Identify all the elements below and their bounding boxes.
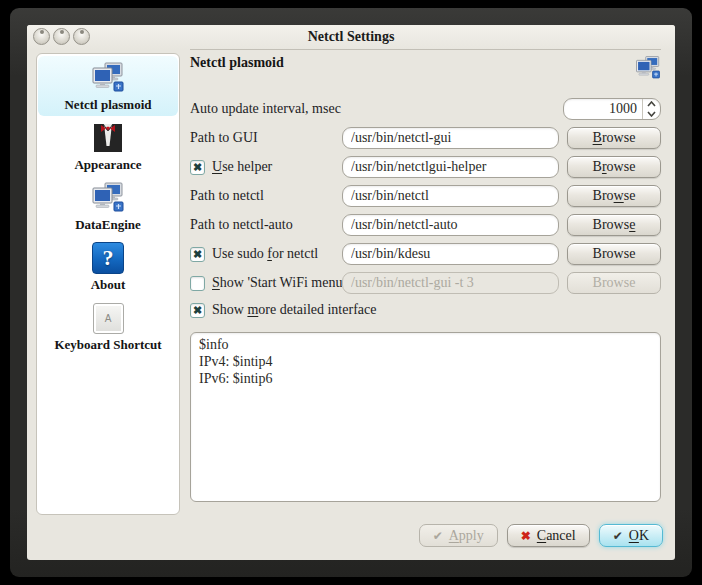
auto-update-interval-label: Auto update interval, msec — [190, 101, 342, 117]
use-helper-checkbox[interactable]: ✖ — [190, 160, 205, 175]
detailed-interface-checkbox[interactable]: ✖ — [190, 303, 205, 318]
netctl-path-input[interactable] — [342, 185, 559, 207]
cancel-label: Cancel — [537, 528, 576, 544]
path-to-netctl-label: Path to netctl — [190, 188, 342, 204]
x-icon: ✖ — [521, 530, 531, 542]
path-to-gui-label: Path to GUI — [190, 130, 342, 146]
dataengine-icon — [91, 181, 125, 215]
sidebar-item-label: Netctl plasmoid — [64, 98, 151, 112]
row-auto-update-interval: Auto update interval, msec — [190, 98, 661, 120]
browse-sudo-button[interactable]: Browse — [567, 243, 661, 265]
row-detailed-interface: ✖ Show more detailed interface — [190, 301, 661, 319]
panel-title: Netctl plasmoid — [190, 55, 284, 71]
browse-wifi-menu-button: Browse — [567, 272, 661, 294]
sidebar-item-appearance[interactable]: Appearance — [38, 116, 178, 176]
sidebar-item-label: Keyboard Shortcut — [54, 338, 161, 352]
sidebar-item-label: Appearance — [74, 158, 141, 172]
browse-helper-button[interactable]: Browse — [567, 156, 661, 178]
sudo-path-input[interactable] — [342, 243, 559, 265]
apply-label: Apply — [449, 528, 484, 544]
use-helper-label: Use helper — [212, 159, 272, 175]
browse-netctl-button[interactable]: Browse — [567, 185, 661, 207]
use-sudo-label: Use sudo for netctl — [212, 246, 318, 262]
row-path-to-netctl: Path to netctl Browse — [190, 185, 661, 207]
row-use-sudo: ✖ Use sudo for netctl Browse — [190, 243, 661, 265]
window-button-1[interactable] — [33, 28, 50, 45]
netctl-plasmoid-icon — [635, 55, 661, 85]
row-show-wifi-menu: Show 'Start WiFi menu' Browse — [190, 272, 661, 294]
show-wifi-menu-label: Show 'Start WiFi menu' — [212, 275, 342, 291]
show-wifi-menu-checkbox[interactable] — [190, 276, 205, 291]
ok-label: OK — [629, 528, 649, 544]
detailed-interface-label-cell: ✖ Show more detailed interface — [190, 302, 661, 318]
auto-update-interval-spinner — [563, 98, 661, 120]
use-sudo-label-cell: ✖ Use sudo for netctl — [190, 246, 342, 262]
dialog-buttons: ✔ Apply ✖ Cancel ✔ OK — [27, 524, 675, 560]
apply-button: ✔ Apply — [419, 524, 498, 547]
check-icon: ✔ — [613, 530, 623, 542]
browse-netctl-auto-button[interactable]: Browse — [567, 214, 661, 236]
window-frame: Netctl Settings — [10, 8, 692, 577]
keyboard-shortcut-icon: A — [91, 301, 125, 335]
wifi-menu-command-input — [342, 272, 559, 294]
window-button-3[interactable] — [73, 28, 90, 45]
spinner-down-icon[interactable] — [643, 109, 660, 119]
about-icon: ? — [91, 241, 125, 275]
netctl-auto-path-input[interactable] — [342, 214, 559, 236]
row-path-to-gui: Path to GUI Browse — [190, 127, 661, 149]
ok-button[interactable]: ✔ OK — [599, 524, 663, 547]
settings-panel: Netctl plasmoid — [190, 49, 661, 524]
netctl-settings-window: Netctl Settings — [27, 25, 675, 560]
sidebar-item-dataengine[interactable]: DataEngine — [38, 176, 178, 236]
spinner-up-icon[interactable] — [643, 99, 660, 109]
row-path-to-netctl-auto: Path to netctl-auto Browse — [190, 214, 661, 236]
titlebar: Netctl Settings — [27, 25, 675, 49]
content: Netctl plasmoid Ap — [27, 49, 675, 524]
tooltip-template-textarea[interactable]: $info IPv4: $intip4 IPv6: $intip6 — [190, 332, 661, 502]
category-sidebar: Netctl plasmoid Ap — [36, 53, 180, 515]
window-controls — [33, 28, 90, 45]
path-to-gui-input[interactable] — [342, 127, 559, 149]
browse-gui-button[interactable]: Browse — [567, 127, 661, 149]
sidebar-item-netctl-plasmoid[interactable]: Netctl plasmoid — [38, 56, 178, 116]
sidebar-item-keyboard-shortcut[interactable]: A Keyboard Shortcut — [38, 296, 178, 356]
check-icon: ✔ — [433, 530, 443, 542]
auto-update-interval-input[interactable] — [564, 99, 642, 119]
helper-path-input[interactable] — [342, 156, 559, 178]
path-to-netctl-auto-label: Path to netctl-auto — [190, 217, 342, 233]
detailed-interface-label: Show more detailed interface — [212, 302, 376, 318]
sidebar-item-label: About — [91, 278, 126, 292]
show-wifi-menu-label-cell: Show 'Start WiFi menu' — [190, 275, 342, 291]
use-helper-label-cell: ✖ Use helper — [190, 159, 342, 175]
window-button-2[interactable] — [53, 28, 70, 45]
row-use-helper: ✖ Use helper Browse — [190, 156, 661, 178]
sidebar-item-label: DataEngine — [75, 218, 141, 232]
netctl-plasmoid-icon — [91, 61, 125, 95]
sidebar-item-about[interactable]: ? About — [38, 236, 178, 296]
window-title: Netctl Settings — [27, 25, 675, 49]
cancel-button[interactable]: ✖ Cancel — [507, 524, 590, 547]
appearance-icon — [91, 121, 125, 155]
panel-header: Netctl plasmoid — [190, 50, 661, 98]
use-sudo-checkbox[interactable]: ✖ — [190, 247, 205, 262]
